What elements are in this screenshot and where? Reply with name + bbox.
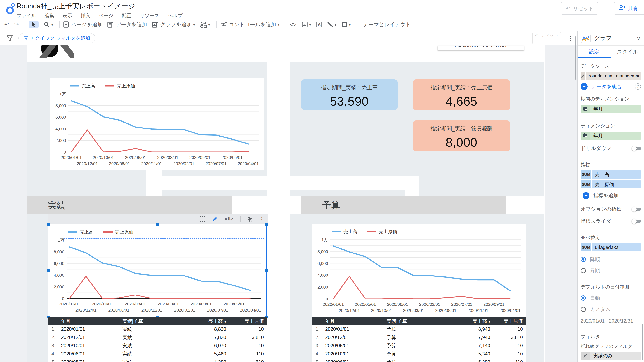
menu-item[interactable]: リソース [140,13,160,18]
metric-slider-toggle[interactable] [632,218,641,224]
line-chart-jisseki-top[interactable]: 02,0004,0006,0008,0001万売上高売上原価2020/01/01… [50,78,264,171]
menu-item[interactable]: 配置 [122,13,132,18]
more-options-icon[interactable]: ⋮ [259,216,264,222]
insert-line-button[interactable]: ▾ [327,22,336,27]
add-page-button[interactable]: ページを追加 [63,21,102,28]
embed-button[interactable]: <> [290,21,296,28]
table-jisseki[interactable]: 年月実績|予算売上高▾売上原価1.2020/01/01実績8,820102.20… [48,317,267,362]
pencil-icon[interactable] [581,352,590,360]
add-quick-filter-button[interactable]: + クイック フィルタを追加 [18,33,96,43]
insert-image-button[interactable]: ▾ [302,21,311,28]
menu-item[interactable]: ファイル [16,13,36,18]
table-header-cell[interactable]: 実績|予算 [386,318,446,324]
table-header-cell[interactable]: 年月 [325,318,386,324]
table-header-cell[interactable]: 実績|予算 [122,318,182,324]
add-data-button[interactable]: データを追加 [108,21,147,28]
date-range-control-clipped[interactable]: 2020/01/01 - 2020/12/31 [438,46,524,50]
lightning-off-icon[interactable] [248,216,252,222]
table-row: 1.2020/01/01実績8,82010 [48,325,267,333]
metric-chip-genka[interactable]: SUM 売上原価 [581,181,641,188]
scorecard-genka[interactable]: 指定期間_実績：売上原価 4,665 [413,79,510,110]
data-source-chip[interactable]: rounda_num_managemnet_1 [581,72,641,80]
community-visualizations-button[interactable]: ▾ [200,21,210,28]
table-header-cell[interactable]: 売上高▾ [446,318,490,324]
menu-item[interactable]: 表示 [62,13,72,18]
reset-button[interactable]: ↶ リセット [561,2,598,14]
magnifier-icon [44,21,50,28]
sort-desc-option[interactable]: 降順 [581,256,641,263]
select-area-icon[interactable] [200,216,205,222]
chevron-down-icon: ▾ [334,22,336,27]
svg-text:2020/10/01: 2020/10/01 [93,155,114,160]
menu-item[interactable]: ページ [99,13,113,18]
drilldown-toggle[interactable] [632,146,641,151]
metric-chip-uriagedaka[interactable]: SUM 売上高 [581,171,641,179]
scorecard-uriage[interactable]: 指定期間_実績：売上高 53,590 [301,79,398,110]
canvas-reset-button[interactable]: ↶ リセット [532,32,561,44]
menu-item[interactable]: 挿入 [80,13,90,18]
add-chart-button[interactable]: グラフを追加 ▾ [152,21,195,28]
divider [578,279,644,279]
insert-shape-button[interactable]: ▾ [342,22,351,27]
divider [578,329,644,329]
tab-settings[interactable]: 設定 [578,46,611,58]
more-options-icon[interactable]: ⋮ [568,34,574,42]
table-cell: 4. [312,351,325,357]
optional-metrics-toggle[interactable] [632,206,641,212]
table-header-cell[interactable]: 売上原価 [490,318,526,324]
insert-text-button[interactable]: A [316,21,322,28]
zoom-tool-button[interactable]: ▾ [44,21,53,28]
date-dimension-label: 期間のディメンション [581,96,641,102]
sort-asc-option[interactable]: 昇順 [581,267,641,274]
table-cell: 1. [48,326,61,332]
metric-slider-row: 指標スライダー [581,218,641,224]
table-header-cell[interactable]: 売上高▾ [182,318,226,324]
menu-item[interactable]: ヘルプ [168,13,182,18]
selection-handle[interactable] [265,223,268,226]
pencil-icon[interactable] [581,72,585,80]
date-custom-option[interactable]: カスタム [581,306,641,313]
line-chart-jisseki-selected[interactable]: 02,0004,0006,0008,0001万売上高売上原価2020/01/01… [48,224,267,317]
table-header-cell[interactable]: 売上原価 [226,318,267,324]
selection-handle[interactable] [47,269,50,272]
undo-button[interactable]: ↶ [4,21,9,28]
blend-data-row[interactable]: + データを統合 ? [581,83,641,90]
svg-text:2020/06/01: 2020/06/01 [108,308,130,313]
edit-pencil-icon[interactable] [212,216,218,222]
selection-handle[interactable] [156,223,159,226]
canvas-scrollbar[interactable] [574,36,576,80]
scorecard-yakuin[interactable]: 指定期間_実績：役員報酬 8,000 [413,120,510,151]
add-control-button[interactable]: コントロールを追加 ▾ [220,21,280,28]
sort-az-icon[interactable]: A⇅Z [224,217,234,222]
date-auto-option[interactable]: 自動 [581,295,641,301]
share-button[interactable]: 共有 [614,2,644,14]
select-tool-button[interactable] [29,21,38,28]
svg-text:8,000: 8,000 [318,249,328,254]
selection-handle[interactable] [265,269,268,272]
report-title[interactable]: Rounda社_売上予実レポートイメージ [16,1,191,11]
sort-field-chip[interactable]: SUM uriagedaka [581,243,641,251]
table-header-cell[interactable]: 年月 [61,318,122,324]
theme-layout-button[interactable]: テーマとレイアウト [361,21,411,28]
dimension-chip[interactable]: 年月 [581,132,641,140]
table-cell: 10 [490,326,526,332]
divider [286,21,286,28]
date-dimension-chip[interactable]: 年月 [581,105,641,113]
divider [578,157,644,157]
svg-text:6,000: 6,000 [56,115,66,120]
chevron-down-icon[interactable]: ∨ [637,35,641,41]
filter-chip[interactable]: 実績のみ [581,352,641,360]
svg-text:2020/01/01: 2020/01/01 [61,155,82,160]
line-chart-yosan[interactable]: 02,0004,0006,0008,0001万売上高売上原価2020/01/01… [312,224,526,317]
add-metric-button[interactable]: + 指標を追加 [581,191,641,200]
menu-item[interactable]: 編集 [44,13,54,18]
selection-handle[interactable] [47,223,50,226]
tab-style[interactable]: スタイル [611,46,644,58]
redo-button[interactable]: ↷ [14,21,19,28]
scorecard-title: 指定期間_実績：売上高 [301,84,398,91]
table-yosan[interactable]: 年月実績|予算売上高▾売上原価1.2020/01/01予算8,940102.20… [312,317,526,362]
table-cell: 2. [48,335,61,340]
panel-scrollbar[interactable] [642,324,644,360]
table-row: 3.2020/05/01予算7,14010 [312,342,526,350]
help-icon[interactable]: ? [635,83,641,90]
